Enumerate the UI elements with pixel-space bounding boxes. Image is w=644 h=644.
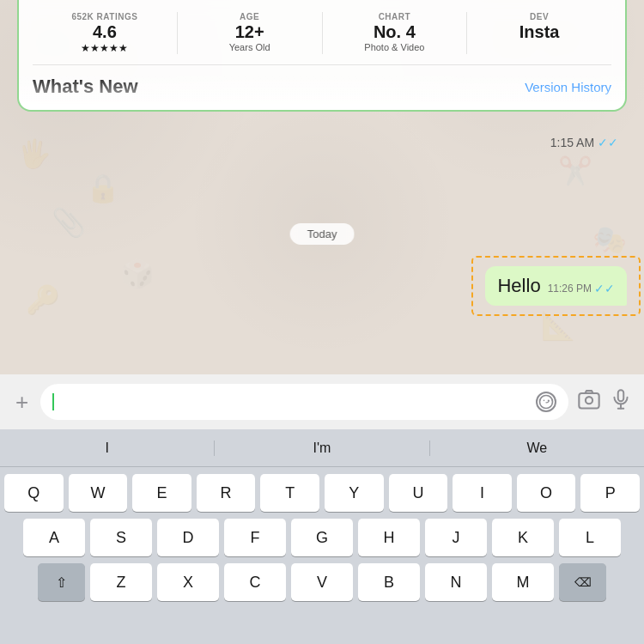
predictive-word-2[interactable]: I'm — [215, 440, 429, 456]
today-label: Today — [290, 223, 355, 245]
app-store-stats: 652K RATINGS 4.6 ★★★★★ AGE 12+ Years Old… — [33, 12, 611, 65]
key-s[interactable]: S — [90, 519, 152, 556]
key-g[interactable]: G — [291, 519, 353, 556]
app-store-card: 652K RATINGS 4.6 ★★★★★ AGE 12+ Years Old… — [17, 0, 627, 112]
svg-rect-3 — [579, 393, 598, 409]
backspace-key[interactable]: ⌫ — [559, 563, 606, 601]
key-m[interactable]: M — [492, 563, 554, 601]
attach-button[interactable]: + — [12, 386, 32, 419]
message-text: Hello — [497, 275, 540, 297]
overlay-time: 1:15 AM — [550, 136, 594, 149]
message-bubble: Hello 11:26 PM ✓✓ — [485, 266, 627, 306]
key-c[interactable]: C — [224, 563, 286, 601]
key-i[interactable]: I — [453, 474, 512, 512]
chart-value: No. 4 — [330, 21, 460, 42]
svg-point-0 — [540, 396, 553, 409]
key-z[interactable]: Z — [90, 563, 152, 601]
message-meta: 11:26 PM ✓✓ — [548, 282, 615, 295]
ratings-value: 4.6 — [39, 21, 170, 42]
key-w[interactable]: W — [69, 474, 128, 512]
key-y[interactable]: Y — [325, 474, 384, 512]
key-q[interactable]: Q — [4, 474, 64, 512]
camera-button[interactable] — [577, 387, 601, 416]
chart-sub: Photo & Video — [330, 42, 460, 52]
time-overlay: 1:15 AM ✓✓ — [550, 136, 618, 149]
svg-rect-5 — [618, 390, 624, 401]
key-row-3: ⇧ Z X C V B N M ⌫ — [3, 563, 641, 601]
key-e[interactable]: E — [132, 474, 191, 512]
keyboard-rows: Q W E R T Y U I O P A S D F G H J K L ⇧ … — [0, 467, 644, 605]
keyboard: I I'm We Q W E R T Y U I O P A S D F G H… — [0, 429, 644, 644]
age-label: AGE — [185, 12, 315, 21]
key-k[interactable]: K — [492, 519, 554, 556]
input-area: + — [0, 374, 644, 429]
ratings-label: 652K RATINGS — [39, 12, 170, 21]
key-row-1: Q W E R T Y U I O P — [3, 474, 641, 512]
sticker-button[interactable] — [536, 392, 556, 412]
key-j[interactable]: J — [425, 519, 487, 556]
chart-stat: CHART No. 4 Photo & Video — [323, 12, 468, 54]
ratings-stat: 652K RATINGS 4.6 ★★★★★ — [33, 12, 178, 54]
key-l[interactable]: L — [559, 519, 621, 556]
svg-point-4 — [586, 397, 592, 404]
key-v[interactable]: V — [291, 563, 353, 601]
key-p[interactable]: P — [580, 474, 640, 512]
card-fade — [19, 76, 625, 110]
key-x[interactable]: X — [157, 563, 219, 601]
key-row-2: A S D F G H J K L — [3, 519, 641, 556]
key-a[interactable]: A — [23, 519, 85, 556]
key-d[interactable]: D — [157, 519, 219, 556]
shift-key[interactable]: ⇧ — [38, 563, 85, 601]
message-time: 11:26 PM — [548, 283, 592, 295]
key-u[interactable]: U — [389, 474, 448, 512]
ratings-stars: ★★★★★ — [39, 42, 170, 54]
key-n[interactable]: N — [425, 563, 487, 601]
mic-button[interactable] — [610, 388, 632, 416]
predictive-word-3[interactable]: We — [430, 440, 644, 456]
predictive-bar: I I'm We — [0, 429, 644, 467]
overlay-checks: ✓✓ — [598, 136, 618, 149]
age-sub: Years Old — [185, 42, 315, 52]
message-checks: ✓✓ — [594, 282, 615, 295]
key-r[interactable]: R — [197, 474, 256, 512]
text-cursor — [52, 393, 54, 410]
key-f[interactable]: F — [224, 519, 286, 556]
chart-label: CHART — [330, 12, 460, 21]
predictive-word-1[interactable]: I — [0, 440, 215, 456]
dev-value: Insta — [474, 21, 605, 42]
age-value: 12+ — [185, 21, 315, 42]
key-h[interactable]: H — [358, 519, 420, 556]
key-o[interactable]: O — [517, 474, 576, 512]
age-stat: AGE 12+ Years Old — [178, 12, 323, 54]
dev-stat: DEV Insta — [467, 12, 611, 54]
key-t[interactable]: T — [260, 474, 319, 512]
key-b[interactable]: B — [358, 563, 420, 601]
svg-point-1 — [544, 400, 545, 402]
message-wrapper: Hello 11:26 PM ✓✓ — [485, 266, 627, 306]
dev-label: DEV — [474, 12, 605, 21]
message-input-wrapper — [40, 384, 568, 420]
svg-point-2 — [548, 400, 550, 402]
